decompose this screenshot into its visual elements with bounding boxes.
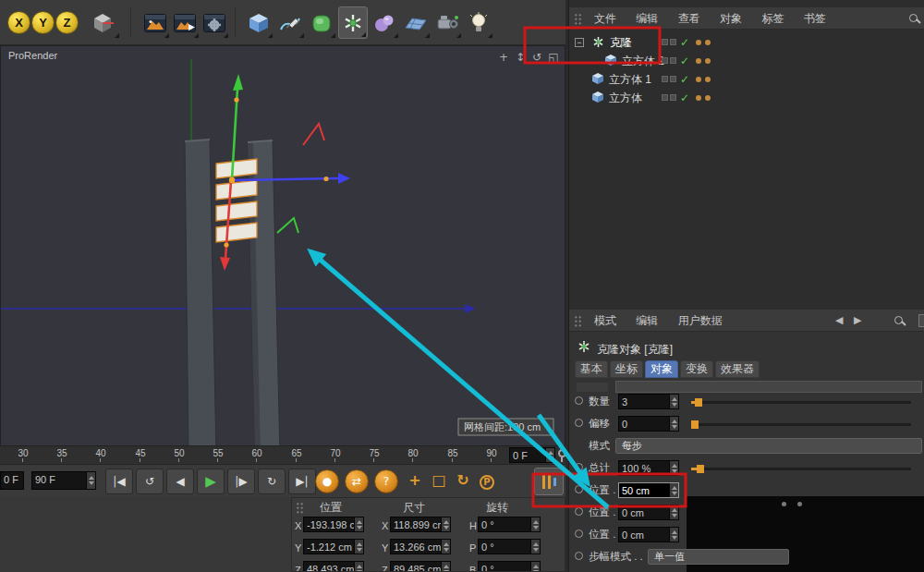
stepper[interactable] (354, 517, 363, 531)
panel-grip-icon[interactable] (574, 315, 582, 327)
metaball-button[interactable] (370, 6, 399, 39)
tree-row-clone-child[interactable]: 立方体 2 ✓ (569, 52, 924, 70)
keyframe-circle-icon[interactable] (575, 463, 583, 471)
stepper[interactable] (669, 417, 678, 431)
viewport[interactable]: 网格间距:100 cm ProRender + ↕ ↺ ◱ (0, 45, 565, 446)
tab-effectors[interactable]: 效果器 (715, 360, 760, 378)
menu-object[interactable]: 对象 (711, 7, 750, 24)
record-keyframe-button[interactable]: ● (315, 469, 339, 493)
object-name[interactable]: 立方体 2 (622, 55, 664, 67)
viewport-canvas[interactable]: 网格间距:100 cm (1, 46, 565, 446)
size-x-input[interactable]: 118.899 cm (390, 517, 451, 532)
goto-end-button[interactable]: ▶| (288, 469, 316, 494)
history-back-icon[interactable]: ◀ (835, 315, 843, 325)
layer-square[interactable] (662, 57, 668, 64)
record-pla-toggle[interactable] (502, 471, 524, 492)
menu-bookmark[interactable]: 书签 (796, 7, 834, 24)
keyframe-circle-icon[interactable] (575, 485, 583, 493)
stepper[interactable] (354, 540, 363, 554)
previous-frame-button[interactable]: ◀ (166, 469, 194, 494)
menu-edit[interactable]: 编辑 (627, 7, 666, 24)
gizmo-x-handle[interactable] (323, 176, 328, 181)
panel-grip-icon[interactable] (574, 13, 582, 25)
current-frame-stepper[interactable] (545, 448, 554, 462)
end-frame-input[interactable]: 90 F (31, 471, 96, 490)
enabled-check-icon[interactable]: ✓ (680, 55, 689, 67)
goto-start-button[interactable]: |◀ (105, 469, 133, 494)
keyframe-circle-icon[interactable] (575, 396, 583, 405)
render-visibility-dot[interactable] (705, 95, 711, 101)
stepper[interactable] (669, 483, 678, 497)
search-icon[interactable] (894, 316, 903, 324)
total-input[interactable]: 100 % (618, 460, 679, 476)
panel-grip-icon[interactable] (296, 502, 304, 514)
record-position-toggle[interactable]: + (404, 471, 426, 492)
tab-basic[interactable]: 基本 (575, 360, 608, 378)
tab-coordinates[interactable]: 坐标 (610, 360, 643, 378)
layer-square[interactable] (670, 39, 676, 45)
menu-user-data[interactable]: 用户数据 (670, 310, 731, 326)
rotation-p-input[interactable]: 0 ° (478, 539, 541, 554)
stepper[interactable] (441, 517, 450, 531)
record-scale-toggle[interactable]: □ (428, 471, 450, 492)
slider-handle[interactable] (695, 398, 702, 407)
clipped-dropdown[interactable] (615, 381, 922, 393)
menu-tags[interactable]: 标签 (753, 7, 792, 24)
slider-handle[interactable] (691, 420, 699, 429)
pen-spline-button[interactable] (275, 6, 305, 39)
stepper[interactable] (441, 540, 450, 554)
record-parameter-toggle[interactable]: P (476, 471, 498, 492)
key-icon[interactable] (558, 449, 566, 457)
axis-lock-x-button[interactable]: X (7, 11, 30, 34)
keyframe-selection-button[interactable] (534, 468, 564, 495)
layer-square[interactable] (662, 39, 668, 45)
viewport-rotate-icon[interactable]: ↺ (529, 50, 544, 65)
editor-visibility-dot[interactable] (696, 40, 701, 45)
record-rotation-toggle[interactable]: ↻ (452, 471, 474, 492)
size-y-input[interactable]: 13.266 cm (390, 539, 451, 554)
tab-transform[interactable]: 变换 (680, 360, 713, 378)
render-visibility-dot[interactable] (705, 77, 711, 82)
camera-button[interactable] (432, 6, 462, 39)
axis-lock-z-button[interactable]: Z (55, 11, 79, 34)
position-x-input[interactable]: -193.198 cm (303, 517, 364, 532)
gizmo-y-handle[interactable] (234, 97, 238, 102)
viewport-zoom-icon[interactable]: ↕ (513, 50, 528, 65)
primitive-cube-button[interactable] (244, 6, 274, 39)
keyframe-circle-icon[interactable] (575, 552, 583, 560)
stepper[interactable] (354, 562, 363, 572)
slider-handle[interactable] (697, 465, 704, 473)
render-visibility-dot[interactable] (705, 58, 711, 64)
editor-visibility-dot[interactable] (696, 95, 701, 101)
layer-square[interactable] (662, 76, 668, 82)
menu-edit[interactable]: 编辑 (627, 310, 666, 326)
history-forward-icon[interactable]: ▶ (854, 315, 861, 325)
layer-square[interactable] (662, 94, 668, 101)
tree-row-cube[interactable]: 立方体 ✓ (569, 89, 924, 107)
layer-square[interactable] (670, 94, 676, 101)
layer-square[interactable] (670, 57, 676, 64)
editor-visibility-dot[interactable] (696, 77, 701, 82)
object-name[interactable]: 克隆 (610, 37, 632, 48)
object-name[interactable]: 立方体 (609, 92, 642, 103)
render-visibility-dot[interactable] (705, 40, 711, 45)
current-frame-input[interactable]: 0 F (509, 447, 555, 463)
search-icon[interactable] (909, 14, 918, 22)
tree-row-cube1[interactable]: 立方体 1 ✓ (569, 70, 924, 89)
stepper[interactable] (441, 562, 450, 572)
gizmo-z-handle[interactable] (224, 242, 228, 247)
play-reverse-button[interactable]: ↺ (136, 469, 164, 494)
expander-icon[interactable]: − (575, 38, 584, 47)
light-button[interactable] (464, 6, 493, 39)
viewport-pan-icon[interactable]: + (496, 50, 511, 65)
floor-environment-button[interactable] (401, 6, 431, 39)
loop-button[interactable]: ↻ (258, 469, 286, 494)
stepper[interactable] (530, 540, 540, 554)
keyframe-circle-icon[interactable] (575, 529, 583, 538)
gizmo-origin-handle[interactable] (229, 177, 235, 183)
render-settings-button[interactable] (200, 6, 229, 39)
start-frame-input[interactable]: 0 F (0, 471, 24, 490)
autokey-button[interactable]: ⇄ (345, 469, 369, 493)
editor-visibility-dot[interactable] (696, 58, 701, 64)
total-slider[interactable] (691, 468, 911, 470)
